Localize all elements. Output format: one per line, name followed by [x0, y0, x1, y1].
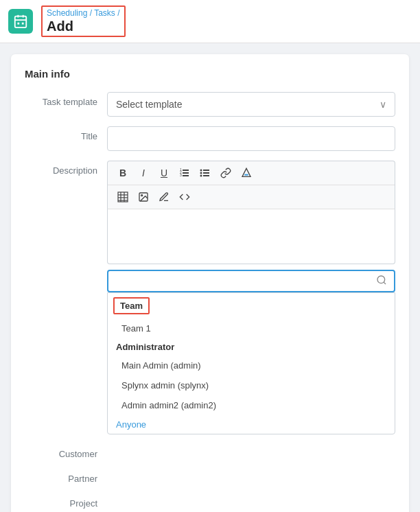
splynx-admin-item[interactable]: Splynx admin (splynx) — [108, 375, 395, 395]
svg-point-12 — [200, 170, 202, 172]
description-wrap: B I U 123 — [107, 161, 395, 434]
color-button[interactable] — [237, 164, 256, 182]
admin2-item[interactable]: Admin admin2 (admin2) — [108, 395, 395, 415]
toolbar-row-2 — [108, 185, 395, 209]
project-row: Project — [25, 493, 395, 509]
svg-rect-4 — [17, 23, 19, 25]
underline-button[interactable]: U — [154, 164, 174, 182]
svg-rect-5 — [22, 23, 24, 25]
italic-button[interactable]: I — [134, 164, 153, 182]
search-container: Team Team 1 Administrator Main Admin (ad… — [107, 270, 395, 434]
calendar-icon — [13, 14, 28, 29]
team1-item[interactable]: Team 1 — [108, 318, 395, 338]
header: Scheduling / Tasks / Add — [0, 0, 420, 43]
partner-row: Partner — [25, 469, 395, 484]
team-group: Team — [108, 293, 395, 318]
editor-toolbar: B I U 123 — [107, 161, 395, 209]
project-label: Project — [25, 493, 107, 509]
code-button[interactable] — [175, 188, 194, 206]
search-icon — [376, 275, 387, 288]
page-title: Add — [47, 18, 120, 34]
task-template-label: Task template — [25, 92, 107, 107]
team-group-header: Team — [113, 297, 150, 314]
title-input[interactable] — [107, 126, 395, 151]
anyone-link[interactable]: Anyone — [108, 415, 395, 434]
svg-rect-13 — [203, 170, 209, 171]
main-card: Main info Task template Select template … — [11, 54, 409, 512]
ordered-list-button[interactable]: 123 — [175, 164, 194, 182]
svg-rect-7 — [183, 172, 189, 174]
unordered-list-button[interactable] — [196, 164, 215, 182]
main-admin-item[interactable]: Main Admin (admin) — [108, 356, 395, 375]
image-button[interactable] — [134, 188, 153, 206]
svg-point-27 — [377, 276, 385, 283]
breadcrumb-area: Scheduling / Tasks / Add — [41, 5, 126, 37]
toolbar-row-1: B I U 123 — [108, 161, 395, 185]
svg-point-16 — [200, 175, 202, 177]
chevron-down-icon: ∨ — [380, 99, 386, 110]
task-template-value: Select template — [116, 99, 183, 110]
svg-point-14 — [200, 172, 202, 174]
svg-line-28 — [384, 282, 386, 284]
description-row: Description B I U 123 — [25, 161, 395, 434]
svg-text:3: 3 — [180, 173, 182, 177]
partner-label: Partner — [25, 469, 107, 484]
title-wrap — [107, 126, 395, 151]
description-editor[interactable] — [107, 209, 395, 264]
pen-button[interactable] — [154, 188, 174, 206]
customer-label: Customer — [25, 444, 107, 459]
bold-button[interactable]: B — [113, 164, 132, 182]
svg-point-26 — [141, 195, 143, 196]
app-icon — [8, 9, 33, 34]
table-button[interactable] — [113, 188, 132, 206]
administrator-header: Administrator — [108, 338, 395, 356]
link-button[interactable] — [216, 164, 235, 182]
svg-rect-17 — [203, 175, 209, 176]
title-label: Title — [25, 126, 107, 141]
svg-rect-8 — [183, 175, 189, 176]
description-label: Description — [25, 161, 107, 176]
customer-row: Customer — [25, 444, 395, 459]
section-title: Main info — [25, 68, 395, 80]
breadcrumb: Scheduling / Tasks / — [47, 8, 120, 18]
svg-rect-15 — [203, 172, 209, 174]
task-template-wrap: Select template ∨ — [107, 92, 395, 117]
title-row: Title — [25, 126, 395, 151]
svg-rect-0 — [15, 16, 27, 27]
task-template-row: Task template Select template ∨ — [25, 92, 395, 117]
svg-rect-6 — [183, 170, 189, 171]
dropdown-list: Team Team 1 Administrator Main Admin (ad… — [107, 292, 395, 434]
search-input[interactable] — [115, 276, 376, 287]
search-input-wrap — [107, 270, 395, 292]
task-template-select[interactable]: Select template ∨ — [107, 92, 395, 117]
